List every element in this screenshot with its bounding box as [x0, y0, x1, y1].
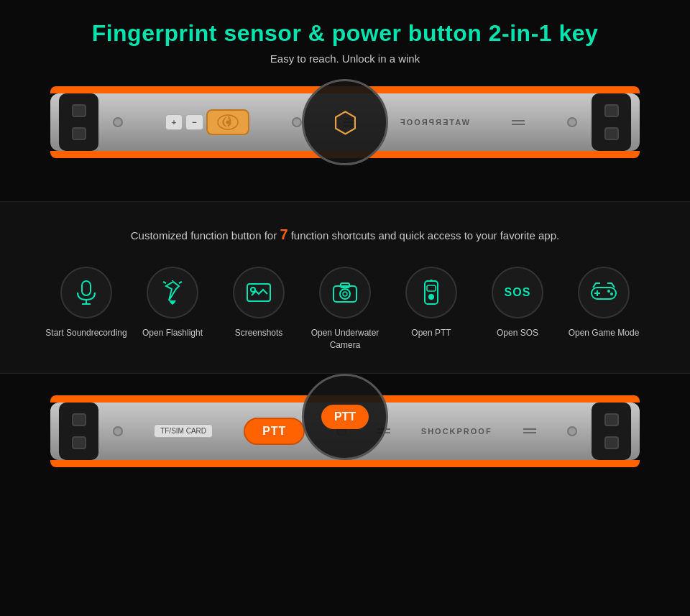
minus-button[interactable]: − — [185, 114, 203, 130]
icon-label-gamemode: Open Game Mode — [569, 327, 640, 339]
svg-point-1 — [226, 121, 229, 124]
icon-circle-screenshots — [233, 267, 285, 318]
corner-bump-bottom — [72, 127, 86, 140]
func-number: 7 — [280, 226, 288, 242]
main-title: Fingerprint sensor & power button 2-in-1… — [29, 20, 661, 47]
icon-label-underwater: Open Underwater Camera — [302, 327, 388, 351]
svg-line-6 — [179, 282, 182, 283]
svg-point-21 — [607, 290, 610, 293]
phone-side-top: ⬡ + − — [50, 79, 640, 180]
svg-point-9 — [251, 288, 255, 292]
sim-card-label: TF/SIM CARD — [154, 424, 213, 438]
shockproof-label: SHOCKPROOF — [421, 427, 492, 436]
ptt-button-large[interactable]: PTT — [321, 405, 369, 429]
waterproof-label: WATERPROOF — [399, 118, 469, 127]
icon-item-ptt: Open PTT — [388, 267, 474, 339]
right-corner — [592, 93, 631, 151]
decorative-line — [512, 120, 525, 121]
subtitle: Easy to reach. Unlock in a wink — [29, 52, 661, 65]
icon-item-gamemode: Open Game Mode — [561, 267, 647, 339]
fingerprint-section: Fingerprint sensor & power button 2-in-1… — [0, 0, 690, 201]
icon-circle-soundrecording — [60, 267, 112, 318]
icon-circle-flashlight — [147, 267, 198, 318]
icon-item-underwater: Open Underwater Camera — [302, 267, 388, 351]
corner-bump-bottom — [72, 436, 86, 449]
icon-label-soundrecording: Start Soundrecording — [45, 327, 126, 339]
fingerprint-button[interactable] — [206, 109, 249, 135]
icon-label-sos: Open SOS — [497, 327, 538, 339]
svg-point-13 — [343, 292, 347, 296]
left-corner-2 — [59, 403, 98, 460]
svg-rect-2 — [82, 281, 91, 295]
left-corner — [59, 93, 98, 151]
svg-rect-17 — [428, 294, 434, 300]
ptt-phone-container: PTT TF/SIM CARD PTT SHOCKPROOF — [50, 388, 640, 489]
fingerprint-magnifier: ⬡ — [302, 79, 388, 165]
decorative-line — [523, 432, 536, 433]
ptt-screw-1 — [113, 426, 123, 436]
decorative-line — [523, 428, 536, 430]
function-icons-row: Start Soundrecording Open Flashlight Scr… — [29, 267, 661, 351]
corner-bump-top — [72, 104, 86, 117]
icon-circle-underwater — [319, 267, 371, 318]
corner-bump-bottom — [604, 127, 619, 140]
line-group-2 — [512, 120, 525, 125]
icon-circle-gamemode — [578, 267, 630, 318]
ptt-screw-3 — [567, 426, 577, 436]
plus-button[interactable]: + — [165, 114, 183, 130]
icon-item-screenshots: Screenshots — [216, 267, 302, 339]
functions-section: Customized function button for 7 functio… — [0, 201, 690, 373]
ptt-physical-button[interactable]: PTT — [244, 418, 305, 445]
corner-bump-bottom — [604, 436, 619, 449]
icon-item-flashlight: Open Flashlight — [129, 267, 216, 339]
svg-point-22 — [610, 293, 613, 295]
corner-bump-top — [604, 104, 619, 117]
icon-label-ptt: Open PTT — [411, 327, 451, 339]
corner-bump-top — [72, 413, 86, 426]
icon-item-sos: SOSOpen SOS — [474, 267, 561, 339]
screw-left — [113, 117, 123, 127]
right-corner-2 — [592, 403, 631, 460]
corner-bump-top — [604, 413, 619, 426]
icon-circle-sos: SOS — [492, 267, 543, 318]
icon-item-soundrecording: Start Soundrecording — [43, 267, 129, 339]
ptt-lines-2 — [523, 428, 536, 433]
icon-circle-ptt — [405, 267, 457, 318]
func-title: Customized function button for 7 functio… — [29, 224, 661, 245]
svg-line-5 — [163, 282, 166, 283]
volume-buttons: + − — [165, 109, 249, 135]
ptt-magnifier: PTT — [302, 374, 388, 460]
svg-rect-14 — [425, 281, 438, 304]
decorative-line — [512, 124, 525, 125]
ptt-section: PTT TF/SIM CARD PTT SHOCKPROOF — [0, 373, 690, 510]
screw-center — [292, 117, 302, 127]
fingerprint-icon: ⬡ — [333, 106, 358, 139]
icon-label-screenshots: Screenshots — [235, 327, 283, 339]
screw-right — [567, 117, 577, 127]
icon-label-flashlight: Open Flashlight — [142, 327, 203, 339]
svg-rect-15 — [427, 285, 436, 291]
svg-point-12 — [340, 289, 350, 299]
